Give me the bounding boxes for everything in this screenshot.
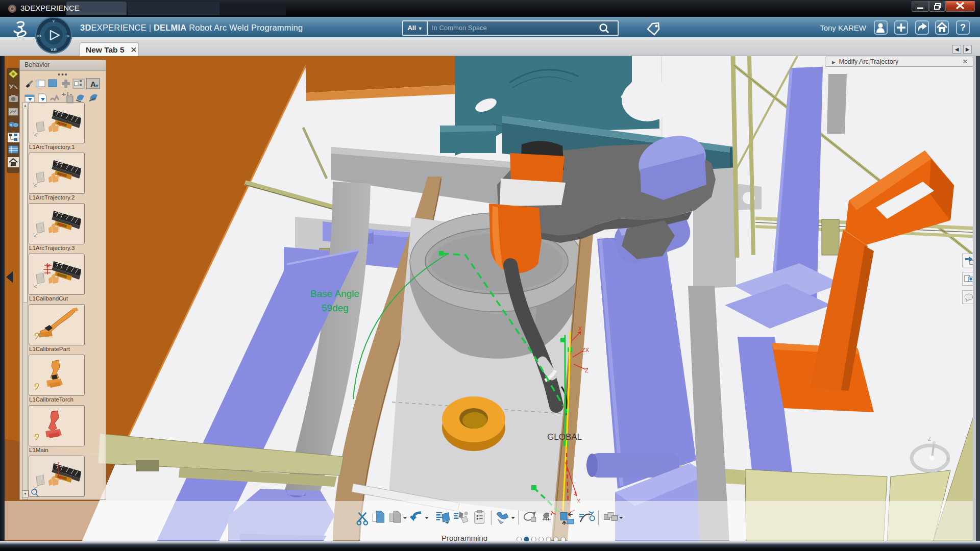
svg-text:GLOBAL: GLOBAL — [547, 432, 582, 442]
svg-text:Z: Z — [928, 436, 931, 442]
svg-text:X: X — [578, 325, 582, 332]
svg-text:Base Angle: Base Angle — [310, 288, 359, 299]
svg-text:?: ? — [960, 22, 966, 33]
svg-text:59deg: 59deg — [322, 303, 349, 313]
svg-text:e: e — [10, 123, 12, 127]
svg-text:A: A — [90, 80, 96, 88]
svg-text:3D: 3D — [37, 34, 41, 38]
svg-text:Y: Y — [52, 19, 55, 23]
svg-text:ZX: ZX — [582, 347, 590, 353]
svg-text:V.R: V.R — [51, 47, 57, 52]
svg-text:Z: Z — [585, 367, 589, 373]
svg-text:x: x — [947, 456, 949, 462]
svg-text:i²: i² — [67, 34, 70, 38]
